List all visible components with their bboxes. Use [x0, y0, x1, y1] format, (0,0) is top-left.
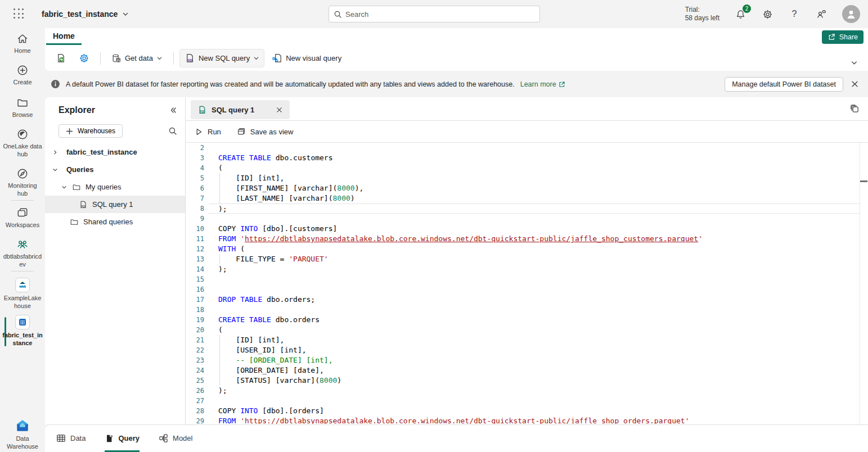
ribbon-collapse-button[interactable]	[851, 59, 858, 66]
code-line-18[interactable]: 18	[186, 305, 868, 315]
code-line-11[interactable]: 11FROM 'https://dbtlabsynapsedatalake.bl…	[186, 234, 868, 244]
rail-item-examplelakehouse[interactable]: ExampleLakehouse	[0, 278, 45, 310]
code-line-2[interactable]: 2	[186, 143, 868, 153]
code-line-3[interactable]: 3CREATE TABLE dbo.customers	[186, 153, 868, 163]
settings-button[interactable]	[761, 8, 773, 20]
code-line-17[interactable]: 17DROP TABLE dbo.orders;	[186, 295, 868, 305]
code-line-4[interactable]: 4(	[186, 163, 868, 173]
workspace-title-dropdown[interactable]: fabric_test_instance	[42, 10, 129, 19]
search-input[interactable]	[345, 10, 535, 19]
manage-default-dataset-button[interactable]: Manage default Power BI dataset	[725, 77, 843, 92]
indent-guide	[219, 193, 220, 204]
code-line-13[interactable]: 13 FILE_TYPE = 'PARQUET'	[186, 254, 868, 264]
code-line-22[interactable]: 22 [USER_ID] [int],	[186, 345, 868, 355]
code-line-27[interactable]: 27	[186, 396, 868, 406]
code-line-9[interactable]: 9	[186, 214, 868, 224]
banner-close-button[interactable]	[849, 79, 860, 90]
code-line-10[interactable]: 10COPY INTO [dbo].[customers]	[186, 224, 868, 234]
rail-item-dbtlabsfabricdev[interactable]: dbtlabsfabricdev	[0, 238, 45, 268]
rail-item-monitoring-hub[interactable]: Monitoring hub	[0, 168, 45, 197]
avatar[interactable]	[842, 5, 860, 23]
rail-item-browse[interactable]: Browse	[0, 97, 45, 119]
run-button[interactable]: Run	[195, 128, 221, 136]
code-line-6[interactable]: 6 [FIRST_NAME] [varchar](8000),	[186, 183, 868, 193]
sql-file-icon: SQL	[185, 53, 195, 64]
tab-query[interactable]: Query	[105, 425, 140, 452]
code-line-15[interactable]: 15	[186, 274, 868, 284]
refresh-dataset-button[interactable]	[51, 49, 71, 67]
rail-item-fabric-test-instance[interactable]: fabric_test_instance	[0, 315, 45, 347]
tree-item-my-queries[interactable]: My queries	[45, 178, 185, 196]
editor-scrollbar[interactable]	[860, 143, 860, 424]
tree-item-fabric-test-instance[interactable]: fabric_test_instance	[45, 143, 185, 161]
code-editor[interactable]: 23CREATE TABLE dbo.customers4(5 [ID] [in…	[186, 143, 868, 424]
rail-item-onelake-data-hub[interactable]: OneLake data hub	[0, 128, 45, 158]
code-line-16[interactable]: 16	[186, 284, 868, 295]
line-number: 2	[186, 143, 204, 153]
explorer-panel: Explorer Warehouses fabric_test_instance…	[45, 97, 186, 424]
search-icon	[168, 126, 177, 135]
tree-item-shared-queries[interactable]: Shared queries	[45, 213, 185, 230]
rail-item-data-warehouse[interactable]: Data Warehouse	[0, 418, 45, 450]
tree-item-sql-query-1[interactable]: SQL SQL query 1	[45, 196, 185, 213]
view-switcher: Data Query Model	[45, 424, 868, 452]
code-line-25[interactable]: 25 [STATUS] [varchar](8000)	[186, 376, 868, 386]
chevron-down-icon	[253, 55, 259, 61]
code-line-12[interactable]: 12WITH (	[186, 244, 868, 254]
tab-home[interactable]: Home	[46, 29, 82, 45]
code-line-5[interactable]: 5 [ID] [int],	[186, 173, 868, 183]
notification-badge: 2	[743, 4, 751, 13]
notifications-button[interactable]: 2	[734, 8, 746, 20]
code-token: FILE_TYPE =	[218, 255, 289, 263]
help-button[interactable]: ?	[788, 8, 800, 20]
rail-item-home[interactable]: Home	[0, 33, 45, 55]
line-number: 28	[186, 406, 204, 416]
code-token	[236, 417, 240, 424]
share-button[interactable]: Share	[822, 30, 863, 44]
line-number: 29	[186, 416, 204, 424]
dataset-settings-button[interactable]	[74, 49, 95, 67]
code-token: 8000	[337, 184, 354, 192]
code-line-28[interactable]: 28COPY INTO [dbo].[orders]	[186, 406, 868, 416]
waffle-menu-icon[interactable]	[14, 8, 25, 20]
line-number: 19	[186, 315, 204, 325]
copy-button[interactable]	[849, 103, 860, 114]
global-search[interactable]	[329, 6, 540, 22]
code-line-26[interactable]: 26);	[186, 386, 868, 396]
new-visual-query-button[interactable]: New visual query	[267, 49, 347, 67]
rail-item-workspaces[interactable]: Workspaces	[0, 207, 45, 229]
code-line-14[interactable]: 14);	[186, 264, 868, 274]
double-chevron-left-icon	[169, 106, 177, 114]
warehouses-button[interactable]: Warehouses	[59, 124, 123, 138]
code-line-29[interactable]: 29FROM 'https://dbtlabsynapsedatalake.bl…	[186, 416, 868, 424]
close-tab-button[interactable]	[274, 105, 284, 115]
feedback-button[interactable]	[815, 8, 827, 20]
indent-guide	[219, 365, 220, 376]
code-line-7[interactable]: 7 [LAST_NAME] [varchar](8000)	[186, 193, 868, 204]
learn-more-link[interactable]: Learn more	[520, 80, 565, 88]
code-token: dbo.orders;	[262, 295, 315, 304]
rail-item-create[interactable]: Create	[0, 64, 45, 86]
code-line-19[interactable]: 19CREATE TABLE dbo.orders	[186, 315, 868, 325]
new-sql-query-button[interactable]: SQL New SQL query	[179, 49, 264, 67]
tree-item-queries[interactable]: Queries	[45, 161, 185, 178]
line-number: 4	[186, 163, 204, 173]
info-banner: A default Power BI dataset for faster re…	[45, 71, 868, 97]
code-token: CREATE	[218, 315, 245, 324]
save-as-view-button[interactable]: Save as view	[237, 127, 294, 136]
left-rail: Home Create Browse OneLake data hub Moni…	[0, 28, 45, 452]
code-line-20[interactable]: 20(	[186, 325, 868, 335]
tab-model[interactable]: Model	[159, 425, 192, 452]
tab-sql-query-1[interactable]: SQL SQL query 1	[191, 100, 290, 119]
code-line-23[interactable]: 23 -- [ORDER_DATE] [int],	[186, 355, 868, 365]
code-token: TABLE	[249, 153, 271, 162]
tab-data[interactable]: Data	[56, 425, 86, 452]
get-data-button[interactable]: Get data	[106, 49, 168, 67]
explorer-search-button[interactable]	[168, 126, 177, 135]
code-content: FROM 'https://dbtlabsynapsedatalake.blob…	[209, 234, 860, 244]
code-line-21[interactable]: 21 [ID] [int],	[186, 335, 868, 345]
collapse-panel-button[interactable]	[169, 106, 177, 114]
code-token: 8000	[320, 376, 337, 385]
code-line-24[interactable]: 24 [ORDER_DATE] [date],	[186, 365, 868, 376]
code-line-8[interactable]: 8);	[186, 204, 868, 214]
